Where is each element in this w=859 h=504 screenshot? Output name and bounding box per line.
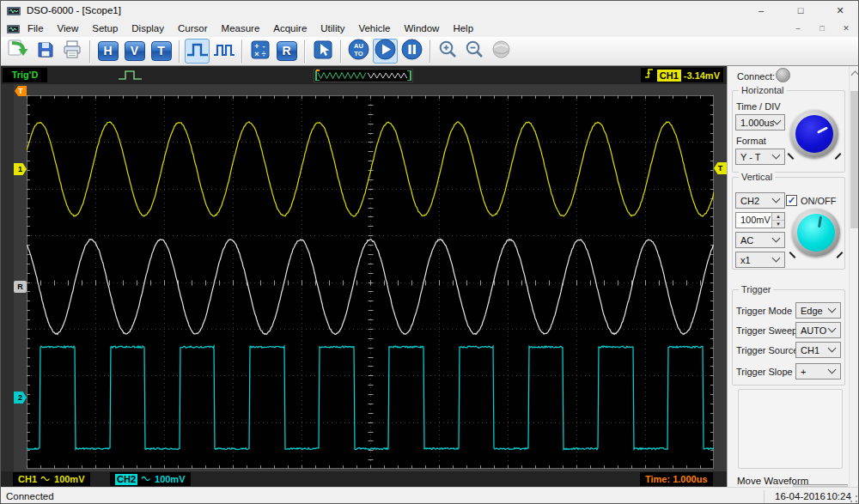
- channel-onoff-checkbox[interactable]: ✓: [786, 195, 797, 206]
- statusbar-time: 10:24: [826, 491, 851, 501]
- record-preview-canvas: [314, 70, 412, 82]
- menu-file[interactable]: File: [21, 21, 51, 35]
- auto-icon: AUTO: [347, 38, 370, 64]
- vertical-group-title: Vertical: [739, 172, 775, 182]
- chevron-down-icon: [828, 344, 837, 353]
- vertical-settings-button[interactable]: V: [122, 39, 147, 64]
- volts-div-spinner[interactable]: 100mV ▲▼: [735, 212, 785, 228]
- trigger-mode-select[interactable]: Edge: [795, 302, 841, 319]
- menu-acquire[interactable]: Acquire: [266, 21, 314, 35]
- toolbar-separator: [340, 40, 341, 63]
- panel-scrollbar[interactable]: [849, 66, 859, 487]
- trigger-sweep-select[interactable]: AUTO: [795, 322, 841, 338]
- toolbar-separator: [89, 40, 90, 63]
- toolbar-separator: [179, 40, 180, 63]
- coupling-select[interactable]: AC: [735, 232, 785, 248]
- trigger-edge-icon: [644, 67, 655, 83]
- title-bar: DSO-6000 - [Scope1] – □ ✕: [1, 1, 859, 20]
- onoff-label: ON/OFF: [801, 196, 837, 206]
- horizontal-knob[interactable]: [790, 110, 838, 158]
- trigger-status-badge: Trig'D: [3, 68, 47, 82]
- menu-help[interactable]: Help: [446, 21, 480, 35]
- trigger-level-marker[interactable]: T: [714, 162, 727, 174]
- save-button[interactable]: [33, 39, 58, 64]
- menu-view[interactable]: View: [51, 21, 86, 35]
- trigger-row-label: Trigger Mode: [736, 306, 792, 316]
- trigger-slope-select[interactable]: +: [795, 363, 841, 380]
- menu-utility[interactable]: Utility: [314, 21, 351, 35]
- zoom-in-button[interactable]: [436, 39, 460, 64]
- spinner-down-icon[interactable]: ▼: [772, 221, 784, 228]
- trigger-source-select[interactable]: CH1: [795, 342, 841, 358]
- trigger-position-marker[interactable]: T: [15, 86, 27, 96]
- child-restore-button[interactable]: □: [815, 24, 829, 33]
- scope-display[interactable]: [27, 95, 714, 469]
- resize-grip[interactable]: [850, 495, 858, 503]
- toolbar-separator: [430, 40, 430, 63]
- menu-measure[interactable]: Measure: [215, 21, 267, 35]
- minimize-button[interactable]: –: [741, 1, 781, 20]
- math-button[interactable]: +-×÷: [247, 39, 272, 64]
- chevron-down-icon: [772, 234, 781, 243]
- menu-vehicle[interactable]: Vehicle: [351, 21, 397, 35]
- trigger-readout: CH1 -3.14mV: [641, 68, 723, 82]
- horizontal-knob-face: [795, 115, 833, 153]
- menu-window[interactable]: Window: [398, 21, 447, 35]
- reference-button[interactable]: R: [274, 39, 299, 64]
- single-pulse-button[interactable]: [185, 39, 210, 64]
- ch1-readout: CH1 100mV: [13, 472, 90, 486]
- trigger-settings-button-label: T: [151, 41, 172, 61]
- record-preview[interactable]: [314, 69, 413, 82]
- open-button[interactable]: [6, 39, 31, 64]
- pulse-train-button[interactable]: [211, 39, 236, 64]
- ch1-position-marker[interactable]: 1: [14, 163, 27, 175]
- ac-coupling-icon: [40, 474, 51, 484]
- channel-select[interactable]: CH2: [735, 192, 785, 209]
- child-minimize-button[interactable]: –: [791, 24, 805, 33]
- cursor-button[interactable]: [310, 39, 335, 64]
- select-value: Edge: [801, 306, 823, 316]
- probe-value: x1: [740, 255, 751, 265]
- vertical-knob[interactable]: [792, 209, 840, 257]
- toolbar: HVT+-×÷RAUTO: [1, 37, 859, 66]
- menu-bar: FileViewSetupDisplayCursorMeasureAcquire…: [1, 20, 859, 37]
- print-icon: [62, 39, 82, 64]
- time-div-select[interactable]: 1.000us: [735, 114, 785, 131]
- run-button[interactable]: [373, 39, 398, 64]
- menu-items: FileViewSetupDisplayCursorMeasureAcquire…: [21, 21, 480, 35]
- chevron-down-icon: [828, 325, 837, 333]
- probe-select[interactable]: x1: [735, 252, 785, 268]
- scrollbar-thumb[interactable]: [850, 91, 859, 228]
- format-select[interactable]: Y - T: [735, 149, 785, 165]
- connect-label: Connect:: [737, 71, 775, 82]
- scroll-up-icon[interactable]: [850, 66, 859, 79]
- maximize-button[interactable]: □: [781, 1, 820, 20]
- zoom-in-icon: [437, 39, 459, 64]
- zoom-out-button[interactable]: [462, 39, 487, 64]
- trigger-row-label: Trigger Source: [736, 345, 798, 355]
- status-bar: Connected 16-04-2016 10:24: [1, 487, 859, 504]
- scope-area: Trig'D CH1 -3.14mV T 1 R 2 T: [1, 66, 727, 487]
- ch2-position-marker[interactable]: 2: [14, 392, 27, 404]
- channel-value: CH2: [740, 196, 759, 206]
- statusbar-divider: [764, 490, 765, 503]
- spinner-up-icon[interactable]: ▲: [772, 213, 784, 221]
- connect-device-button[interactable]: [489, 39, 514, 64]
- menu-cursor[interactable]: Cursor: [171, 21, 215, 35]
- close-button[interactable]: ✕: [820, 1, 859, 20]
- menu-display[interactable]: Display: [125, 21, 171, 35]
- horizontal-settings-button[interactable]: H: [95, 39, 120, 64]
- knob-pointer: [818, 216, 822, 228]
- save-icon: [35, 39, 56, 64]
- time-div-label: Time / DIV: [736, 101, 781, 112]
- autoset-button[interactable]: AUTO: [346, 39, 371, 64]
- print-button[interactable]: [59, 39, 84, 64]
- child-close-button[interactable]: ✕: [839, 24, 853, 33]
- trigger-settings-button[interactable]: T: [149, 39, 174, 64]
- chevron-down-icon: [772, 195, 781, 203]
- ref-position-marker[interactable]: R: [14, 281, 27, 293]
- menu-setup[interactable]: Setup: [85, 21, 125, 35]
- pause-button[interactable]: [399, 39, 424, 64]
- ch1-scale: 100mV: [54, 474, 84, 484]
- horizontal-settings-button-label: H: [98, 41, 119, 61]
